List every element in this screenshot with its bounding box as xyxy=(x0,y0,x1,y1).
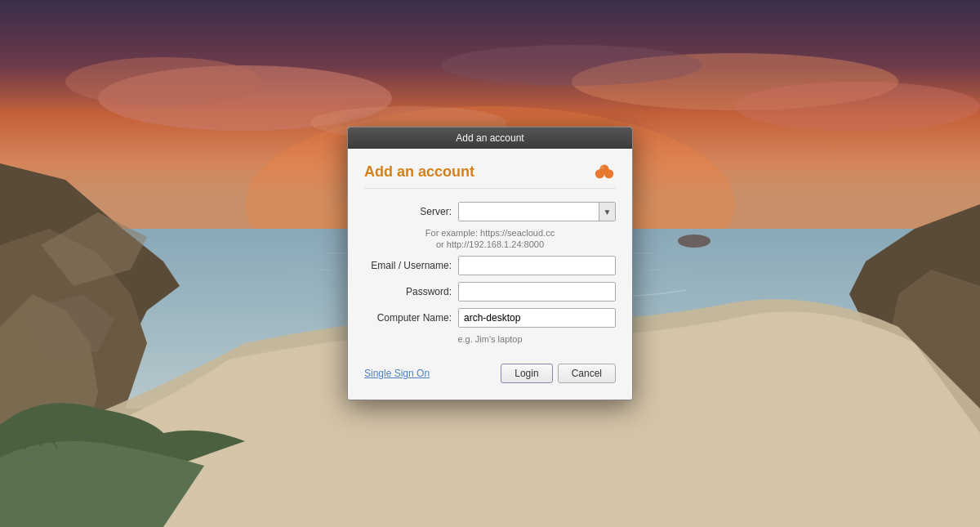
add-account-dialog: Add an account Add an account Server: xyxy=(347,127,633,400)
email-label: Email / Username: xyxy=(364,260,458,271)
server-dropdown-button[interactable]: ▼ xyxy=(599,203,615,221)
server-row: Server: ▼ xyxy=(364,202,616,221)
svg-point-25 xyxy=(601,166,604,169)
email-row: Email / Username: xyxy=(364,256,616,275)
single-sign-on-link[interactable]: Single Sign On xyxy=(364,368,430,379)
computer-name-label: Computer Name: xyxy=(364,312,458,324)
nextcloud-icon xyxy=(593,162,616,181)
server-input[interactable] xyxy=(459,203,599,221)
computer-name-input[interactable] xyxy=(458,308,616,328)
dialog-overlay: Add an account Add an account Server: xyxy=(0,0,980,527)
dialog-body: Add an account Server: ▼ xyxy=(348,149,632,400)
computer-name-hint: e.g. Jim's laptop xyxy=(364,334,616,344)
server-hint-2: or http://192.168.1.24:8000 xyxy=(364,239,616,249)
svg-point-24 xyxy=(599,165,608,174)
password-input[interactable] xyxy=(458,282,616,301)
computer-name-row: Computer Name: xyxy=(364,308,616,328)
email-input[interactable] xyxy=(458,256,616,275)
server-input-wrap[interactable]: ▼ xyxy=(458,202,616,221)
dialog-titlebar: Add an account xyxy=(348,127,632,149)
server-hint-1: For example: https://seacloud.cc xyxy=(364,228,616,238)
dialog-header: Add an account xyxy=(364,162,616,189)
password-label: Password: xyxy=(364,286,458,297)
dialog-footer: Single Sign On Login Cancel xyxy=(364,357,616,383)
button-group: Login Cancel xyxy=(501,364,616,383)
login-button[interactable]: Login xyxy=(501,364,552,383)
dialog-titlebar-text: Add an account xyxy=(456,132,523,144)
cancel-button[interactable]: Cancel xyxy=(558,364,616,383)
dialog-title: Add an account xyxy=(364,163,474,181)
server-label: Server: xyxy=(364,206,458,217)
password-row: Password: xyxy=(364,282,616,301)
